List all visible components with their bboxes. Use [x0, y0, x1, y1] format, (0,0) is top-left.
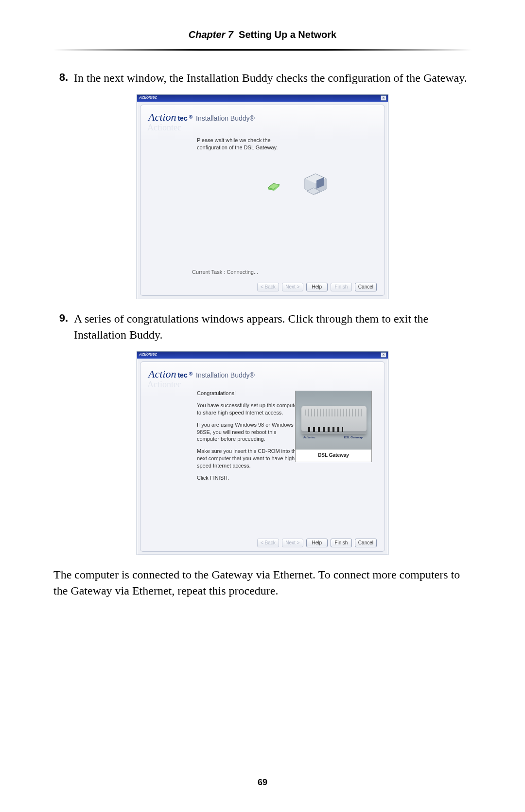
titlebar-brand: Actiontec	[139, 95, 157, 100]
logo-tec: tec	[177, 371, 187, 379]
close-icon[interactable]: ×	[381, 95, 386, 101]
back-button[interactable]: < Back	[257, 283, 279, 291]
step-text: A series of congratulations windows appe…	[74, 311, 472, 343]
chapter-label: Chapter 7	[189, 29, 233, 40]
page-header: Chapter 7 Setting Up a Network	[53, 29, 472, 49]
titlebar-brand: Actiontec	[139, 352, 157, 357]
gateway-photo-image: Actiontec DSL Gateway	[296, 391, 371, 450]
step-8: 8. In the next window, the Installation …	[53, 70, 472, 86]
logo-action: Action	[148, 111, 176, 124]
router-icon	[301, 406, 367, 434]
wait-text: Please wait while we check the configura…	[197, 137, 294, 151]
button-row: < Back Next > Help Finish Cancel	[148, 539, 377, 547]
window-inner: Actiontec® Installation Buddy® Actiontec…	[140, 105, 385, 296]
modem-icon	[266, 182, 281, 192]
titlebar: Actiontec ×	[137, 95, 388, 102]
congrats-heading: Congratulations!	[197, 390, 299, 397]
finish-button[interactable]: Finish	[331, 283, 352, 291]
congrats-para-1: You have successfully set up this comput…	[197, 402, 299, 416]
button-row: < Back Next > Help Finish Cancel	[148, 283, 377, 291]
gateway-photo: Actiontec DSL Gateway DSL Gateway	[295, 391, 372, 462]
window-inner: Actiontec® Installation Buddy® Actiontec…	[140, 361, 385, 552]
logo-product: Installation Buddy®	[196, 371, 255, 379]
finish-button[interactable]: Finish	[331, 539, 352, 547]
gateway-photo-caption: DSL Gateway	[296, 450, 371, 462]
close-icon[interactable]: ×	[381, 352, 386, 358]
app-logo: Actiontec® Installation Buddy®	[148, 111, 377, 124]
logo-watermark: Actiontec	[147, 123, 377, 133]
router-label-brand: Actiontec	[303, 436, 315, 439]
logo-watermark: Actiontec	[147, 379, 377, 390]
app-logo: Actiontec® Installation Buddy®	[148, 368, 377, 380]
back-button[interactable]: < Back	[257, 539, 279, 547]
congrats-para-3: Make sure you insert this CD-ROM into th…	[197, 448, 299, 469]
logo-reg: ®	[189, 371, 192, 377]
page-number: 69	[0, 777, 525, 788]
logo-reg: ®	[189, 114, 192, 120]
congrats-para-4: Click FINISH.	[197, 474, 299, 482]
titlebar: Actiontec ×	[137, 352, 388, 359]
help-button[interactable]: Help	[306, 539, 328, 547]
current-task: Current Task : Connecting...	[192, 269, 258, 275]
step-9: 9. A series of congratulations windows a…	[53, 311, 472, 343]
next-button[interactable]: Next >	[282, 539, 303, 547]
cancel-button[interactable]: Cancel	[355, 539, 377, 547]
computer-icon	[302, 172, 329, 199]
logo-tec: tec	[177, 114, 187, 122]
window-body: Congratulations! You have successfully s…	[148, 390, 377, 535]
next-button[interactable]: Next >	[282, 283, 303, 291]
router-label-model: DSL Gateway	[344, 436, 363, 439]
help-button[interactable]: Help	[306, 283, 328, 291]
step-number: 9.	[53, 311, 74, 343]
window-body: Please wait while we check the configura…	[148, 133, 377, 279]
cancel-button[interactable]: Cancel	[355, 283, 377, 291]
chapter-title: Setting Up a Network	[239, 29, 336, 40]
installer-window-congrats: Actiontec × Actiontec® Installation Budd…	[137, 351, 388, 555]
congrats-text-block: Congratulations! You have successfully s…	[197, 390, 299, 486]
logo-action: Action	[148, 368, 176, 380]
header-rule	[53, 49, 472, 51]
congrats-para-2: If you are using Windows 98 or Windows 9…	[197, 421, 299, 443]
installer-window-checking: Actiontec × Actiontec® Installation Budd…	[137, 94, 388, 299]
closing-paragraph: The computer is connected to the Gateway…	[53, 567, 472, 598]
logo-product: Installation Buddy®	[196, 114, 255, 122]
step-number: 8.	[53, 70, 74, 86]
step-text: In the next window, the Installation Bud…	[74, 70, 472, 86]
